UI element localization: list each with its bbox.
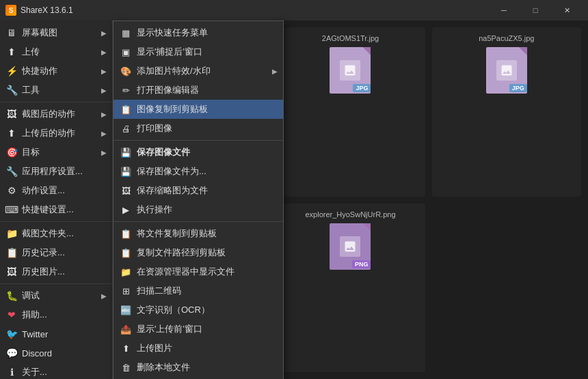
ctx-label-savefile: 保存图像文件 bbox=[137, 146, 278, 158]
ctx-label-showcapture: 显示'捕捉后'窗口 bbox=[137, 46, 278, 58]
file-card-1[interactable]: 2AGtOMS1Tr.jpg JPG bbox=[276, 27, 425, 197]
ctx-ocr[interactable]: 🔤 文字识别（OCR） bbox=[113, 300, 283, 320]
addeffects-icon: 🎨 bbox=[119, 64, 133, 78]
minimize-button[interactable]: ─ bbox=[488, 0, 520, 20]
file-card-2[interactable]: na5PacuZX5.jpg JPG bbox=[432, 27, 581, 197]
sidebar-item-aftershot[interactable]: 🖼 截图后的动作 ▶ bbox=[0, 104, 112, 124]
sidebar-item-donate[interactable]: ❤ 捐助... bbox=[0, 305, 112, 324]
ctx-copyclipboard[interactable]: 📋 图像复制到剪贴板 bbox=[113, 100, 283, 119]
separator-3 bbox=[0, 283, 112, 284]
sidebar-item-twitter[interactable]: 🐦 Twitter bbox=[0, 324, 112, 343]
sidebar-item-afterupload[interactable]: ⬆ 上传后的动作 ▶ bbox=[0, 124, 112, 143]
upload-icon: ⬆ bbox=[5, 46, 18, 58]
ctx-label-print: 打印图像 bbox=[137, 122, 278, 135]
context-menu: ▦ 显示快速任务菜单 ▣ 显示'捕捉后'窗口 🎨 添加图片特效/水印 ▶ ✏ 打… bbox=[113, 20, 284, 379]
sidebar-label-aftershot: 截图后的动作 bbox=[22, 108, 101, 120]
ctx-label-showquick: 显示快速任务菜单 bbox=[137, 27, 278, 39]
file-badge-1: JPG bbox=[353, 84, 371, 92]
ctx-showexplorer[interactable]: 📁 在资源管理器中显示文件 bbox=[113, 262, 283, 281]
sidebar-label-upload: 上传 bbox=[22, 46, 101, 58]
ctx-sep-1 bbox=[113, 140, 283, 141]
arrow-icon-tools: ▶ bbox=[101, 87, 107, 94]
ctx-label-showexplorer: 在资源管理器中显示文件 bbox=[137, 266, 278, 278]
sidebar-item-historyimg[interactable]: 🖼 历史图片... bbox=[0, 262, 112, 281]
sidebar-label-quickaction: 快捷动作 bbox=[22, 65, 101, 77]
deletefile-icon: 🗑 bbox=[119, 361, 133, 374]
maximize-button[interactable]: □ bbox=[520, 0, 551, 20]
ctx-deletefile[interactable]: 🗑 删除本地文件 bbox=[113, 358, 283, 377]
ctx-uploadimg[interactable]: ⬆ 上传图片 bbox=[113, 339, 283, 358]
ctx-addeffects[interactable]: 🎨 添加图片特效/水印 ▶ bbox=[113, 61, 283, 81]
close-button[interactable]: ✕ bbox=[551, 0, 583, 20]
sidebar-item-history[interactable]: 📋 历史记录... bbox=[0, 243, 112, 262]
ctx-label-deletefile: 删除本地文件 bbox=[137, 361, 278, 374]
ctx-qrcode[interactable]: ⊞ 扫描二维码 bbox=[113, 281, 283, 300]
sidebar-item-debug[interactable]: 🐛 调试 ▶ bbox=[0, 286, 112, 305]
file-icon-4: PNG bbox=[326, 223, 374, 270]
file-name-4: explorer_HyoSwNjUrR.png bbox=[305, 210, 395, 219]
sidebar-item-shotfolder[interactable]: 📁 截图文件夹... bbox=[0, 224, 112, 243]
file-name-1: 2AGtOMS1Tr.jpg bbox=[322, 34, 379, 42]
ctx-savethumb[interactable]: 🖼 保存缩略图为文件 bbox=[113, 181, 283, 200]
file-badge-2: JPG bbox=[509, 84, 527, 92]
ctx-execute[interactable]: ▶ 执行操作 bbox=[113, 200, 283, 219]
debug-icon: 🐛 bbox=[5, 290, 18, 302]
sidebar-label-target: 目标 bbox=[22, 146, 101, 158]
showquick-icon: ▦ bbox=[119, 26, 133, 40]
app-icon: S bbox=[5, 5, 16, 16]
ctx-saveas[interactable]: 💾 保存图像文件为... bbox=[113, 162, 283, 181]
sidebar-label-history: 历史记录... bbox=[22, 247, 107, 259]
ctx-label-showupload: 显示'上传前'窗口 bbox=[137, 323, 278, 335]
ctx-label-copyfile: 将文件复制到剪贴板 bbox=[137, 227, 278, 240]
sidebar-item-hotkeys[interactable]: ⌨ 快捷键设置... bbox=[0, 200, 112, 219]
sidebar-item-actionsettings[interactable]: ⚙ 动作设置... bbox=[0, 181, 112, 200]
ctx-savefile[interactable]: 💾 保存图像文件 bbox=[113, 143, 283, 162]
sidebar-label-donate: 捐助... bbox=[22, 309, 107, 321]
arrow-icon-aftershot: ▶ bbox=[101, 111, 107, 118]
sidebar-item-quickaction[interactable]: ⚡ 快捷动作 ▶ bbox=[0, 61, 112, 81]
arrow-icon-debug: ▶ bbox=[101, 292, 107, 300]
showcapture-icon: ▣ bbox=[119, 45, 133, 59]
copyclipboard-icon: 📋 bbox=[119, 102, 133, 116]
app-title: ShareX 13.6.1 bbox=[21, 5, 488, 15]
shotfolder-icon: 📁 bbox=[5, 227, 18, 240]
sidebar-item-upload[interactable]: ⬆ 上传 ▶ bbox=[0, 42, 112, 61]
ctx-copypath[interactable]: 📋 复制文件路径到剪贴板 bbox=[113, 243, 283, 262]
sidebar-item-discord[interactable]: 💬 Discord bbox=[0, 343, 112, 363]
sidebar-item-screenshot[interactable]: 🖥 屏幕截图 ▶ bbox=[0, 23, 112, 42]
arrow-icon-upload: ▶ bbox=[101, 48, 107, 56]
separator-1 bbox=[0, 102, 112, 102]
tools-icon: 🔧 bbox=[5, 84, 18, 96]
sidebar-item-target[interactable]: 🎯 目标 ▶ bbox=[0, 143, 112, 162]
ctx-openeditor[interactable]: ✏ 打开图像编辑器 bbox=[113, 81, 283, 100]
about-icon: ℹ bbox=[5, 366, 18, 378]
sidebar-label-actionsettings: 动作设置... bbox=[22, 184, 107, 197]
ctx-showcapture[interactable]: ▣ 显示'捕捉后'窗口 bbox=[113, 42, 283, 61]
file-icon-1: JPG bbox=[326, 46, 374, 94]
ctx-sep-2 bbox=[113, 221, 283, 222]
ctx-showquick[interactable]: ▦ 显示快速任务菜单 bbox=[113, 23, 283, 42]
ctx-label-copypath: 复制文件路径到剪贴板 bbox=[137, 247, 278, 259]
sidebar-label-historyimg: 历史图片... bbox=[22, 266, 107, 278]
separator-2 bbox=[0, 221, 112, 222]
sidebar-item-about[interactable]: ℹ 关于... bbox=[0, 363, 112, 379]
discord-icon: 💬 bbox=[5, 347, 18, 359]
showupload-icon: 📤 bbox=[119, 322, 133, 336]
sidebar-item-appsettings[interactable]: 🔧 应用程序设置... bbox=[0, 162, 112, 181]
ctx-label-copyclipboard: 图像复制到剪贴板 bbox=[137, 103, 278, 115]
sidebar-label-twitter: Twitter bbox=[22, 329, 107, 339]
arrow-icon-afterupload: ▶ bbox=[101, 130, 107, 137]
sidebar-label-discord: Discord bbox=[22, 348, 107, 359]
file-card-4[interactable]: explorer_HyoSwNjUrR.png PNG bbox=[276, 203, 425, 373]
ctx-label-ocr: 文字识别（OCR） bbox=[137, 304, 278, 316]
main-container: 🖥 屏幕截图 ▶ ⬆ 上传 ▶ ⚡ 快捷动作 ▶ 🔧 工具 ▶ 🖼 截图后的动作… bbox=[0, 20, 588, 379]
ctx-copyfile[interactable]: 📋 将文件复制到剪贴板 bbox=[113, 224, 283, 243]
file-icon-2: JPG bbox=[483, 46, 531, 94]
addeffects-arrow: ▶ bbox=[272, 68, 278, 75]
ctx-print[interactable]: 🖨 打印图像 bbox=[113, 119, 283, 138]
historyimg-icon: 🖼 bbox=[5, 266, 18, 278]
ctx-showupload[interactable]: 📤 显示'上传前'窗口 bbox=[113, 320, 283, 339]
copypath-icon: 📋 bbox=[119, 246, 133, 259]
sidebar-item-tools[interactable]: 🔧 工具 ▶ bbox=[0, 81, 112, 100]
print-icon: 🖨 bbox=[119, 122, 133, 135]
